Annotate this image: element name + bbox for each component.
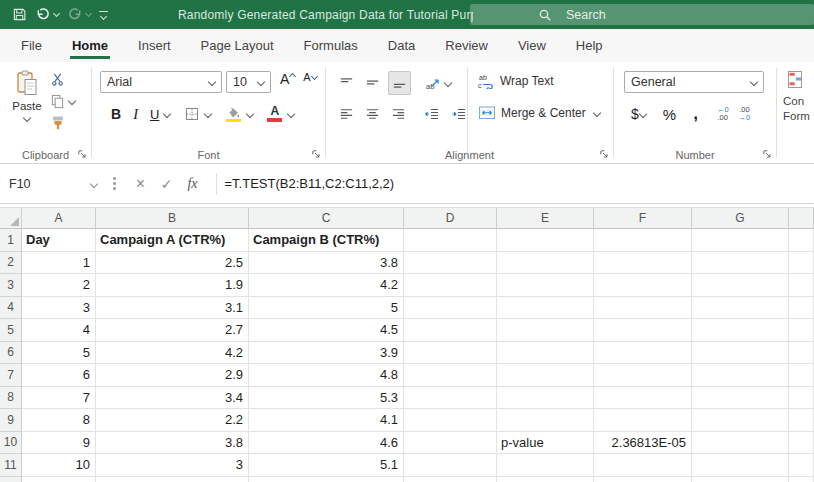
cell-A3[interactable]: 2 bbox=[22, 274, 96, 297]
tab-file[interactable]: File bbox=[6, 29, 57, 62]
cell-E10[interactable]: p-value bbox=[497, 432, 594, 455]
cell-C10[interactable]: 4.6 bbox=[249, 432, 404, 455]
cell-D8[interactable] bbox=[404, 387, 497, 410]
cell-D5[interactable] bbox=[404, 319, 497, 342]
cell-E9[interactable] bbox=[497, 409, 594, 432]
cell-A5[interactable]: 4 bbox=[22, 319, 96, 342]
row-header-4[interactable]: 4 bbox=[0, 297, 22, 320]
tab-page-layout[interactable]: Page Layout bbox=[186, 29, 289, 62]
cell-F7[interactable] bbox=[594, 364, 692, 387]
tab-review[interactable]: Review bbox=[430, 29, 503, 62]
row-header-12[interactable]: 12 bbox=[0, 477, 22, 482]
cell-A7[interactable]: 6 bbox=[22, 364, 96, 387]
cell-partial-8[interactable] bbox=[789, 387, 814, 410]
cell-A9[interactable]: 8 bbox=[22, 409, 96, 432]
underline-dropdown-icon[interactable] bbox=[163, 110, 171, 118]
cell-D6[interactable] bbox=[404, 342, 497, 365]
cell-D12[interactable] bbox=[404, 477, 497, 482]
row-header-3[interactable]: 3 bbox=[0, 274, 22, 297]
copy-button[interactable] bbox=[50, 92, 75, 110]
cell-B3[interactable]: 1.9 bbox=[96, 274, 249, 297]
cell-D10[interactable] bbox=[404, 432, 497, 455]
borders-dropdown-icon[interactable] bbox=[204, 110, 212, 118]
cell-D4[interactable] bbox=[404, 297, 497, 320]
redo-dropdown-icon[interactable] bbox=[85, 10, 92, 17]
cell-E11[interactable] bbox=[497, 454, 594, 477]
wrap-text-button[interactable]: abc Wrap Text bbox=[478, 73, 554, 89]
cell-partial-9[interactable] bbox=[789, 409, 814, 432]
cell-C11[interactable]: 5.1 bbox=[249, 454, 404, 477]
align-bottom-button[interactable] bbox=[388, 71, 411, 95]
cell-A8[interactable]: 7 bbox=[22, 387, 96, 410]
cell-D3[interactable] bbox=[404, 274, 497, 297]
cell-A6[interactable]: 5 bbox=[22, 342, 96, 365]
undo-dropdown-icon[interactable] bbox=[53, 10, 60, 17]
cell-E3[interactable] bbox=[497, 274, 594, 297]
row-header-10[interactable]: 10 bbox=[0, 432, 22, 455]
cell-partial-3[interactable] bbox=[789, 274, 814, 297]
borders-button[interactable] bbox=[181, 103, 203, 125]
format-painter-button[interactable] bbox=[50, 114, 75, 132]
cell-F8[interactable] bbox=[594, 387, 692, 410]
number-dialog-launcher[interactable] bbox=[763, 150, 772, 159]
cell-E5[interactable] bbox=[497, 319, 594, 342]
accounting-dropdown-icon[interactable] bbox=[639, 110, 647, 118]
tab-view[interactable]: View bbox=[503, 29, 561, 62]
col-header-B[interactable]: B bbox=[96, 207, 249, 229]
tab-home[interactable]: Home bbox=[57, 29, 123, 62]
cell-E4[interactable] bbox=[497, 297, 594, 320]
row-header-8[interactable]: 8 bbox=[0, 387, 22, 410]
cell-B2[interactable]: 2.5 bbox=[96, 252, 249, 275]
enter-button[interactable]: ✓ bbox=[154, 176, 180, 192]
select-all-corner[interactable] bbox=[0, 207, 22, 229]
fill-color-button[interactable] bbox=[222, 103, 244, 125]
decrease-decimal-button[interactable]: .00 →0 bbox=[736, 103, 754, 125]
tab-formulas[interactable]: Formulas bbox=[289, 29, 373, 62]
cell-G8[interactable] bbox=[692, 387, 789, 410]
cell-B11[interactable]: 3 bbox=[96, 454, 249, 477]
orientation-button[interactable]: ab bbox=[423, 72, 454, 94]
cell-C2[interactable]: 3.8 bbox=[249, 252, 404, 275]
cell-F3[interactable] bbox=[594, 274, 692, 297]
cell-G11[interactable] bbox=[692, 454, 789, 477]
alignment-dialog-launcher[interactable] bbox=[600, 150, 609, 159]
cell-G3[interactable] bbox=[692, 274, 789, 297]
col-header-A[interactable]: A bbox=[22, 207, 96, 229]
cell-G6[interactable] bbox=[692, 342, 789, 365]
col-header-D[interactable]: D bbox=[404, 207, 497, 229]
align-top-button[interactable] bbox=[336, 72, 357, 94]
cell-G9[interactable] bbox=[692, 409, 789, 432]
name-box-dropdown-icon[interactable] bbox=[90, 179, 98, 187]
cell-E7[interactable] bbox=[497, 364, 594, 387]
cell-F12[interactable] bbox=[594, 477, 692, 482]
underline-button[interactable]: U bbox=[147, 103, 162, 125]
row-header-9[interactable]: 9 bbox=[0, 409, 22, 432]
cell-F11[interactable] bbox=[594, 454, 692, 477]
orientation-dropdown-icon[interactable] bbox=[444, 79, 452, 87]
fill-color-dropdown-icon[interactable] bbox=[246, 110, 254, 118]
decrease-indent-button[interactable] bbox=[421, 103, 443, 125]
cell-C3[interactable]: 4.2 bbox=[249, 274, 404, 297]
cell-G4[interactable] bbox=[692, 297, 789, 320]
col-header-C[interactable]: C bbox=[249, 207, 404, 229]
clipboard-dialog-launcher[interactable] bbox=[78, 150, 87, 159]
col-header-partial[interactable] bbox=[789, 207, 814, 229]
cell-F2[interactable] bbox=[594, 252, 692, 275]
number-format-select[interactable]: General bbox=[624, 71, 764, 93]
cell-partial-4[interactable] bbox=[789, 297, 814, 320]
bold-button[interactable]: B bbox=[108, 103, 124, 125]
cell-B5[interactable]: 2.7 bbox=[96, 319, 249, 342]
tab-insert[interactable]: Insert bbox=[123, 29, 186, 62]
cell-A11[interactable]: 10 bbox=[22, 454, 96, 477]
cell-G5[interactable] bbox=[692, 319, 789, 342]
formula-input[interactable]: =T.TEST(B2:B11,C2:C11,2,2) bbox=[225, 176, 395, 191]
row-header-6[interactable]: 6 bbox=[0, 342, 22, 365]
cell-partial-10[interactable] bbox=[789, 432, 814, 455]
insert-function-button[interactable]: fx bbox=[180, 176, 206, 192]
col-header-E[interactable]: E bbox=[497, 207, 594, 229]
row-header-2[interactable]: 2 bbox=[0, 252, 22, 275]
italic-button[interactable]: I bbox=[130, 103, 141, 125]
cell-C4[interactable]: 5 bbox=[249, 297, 404, 320]
percent-style-button[interactable]: % bbox=[656, 103, 683, 125]
cell-C12[interactable] bbox=[249, 477, 404, 482]
